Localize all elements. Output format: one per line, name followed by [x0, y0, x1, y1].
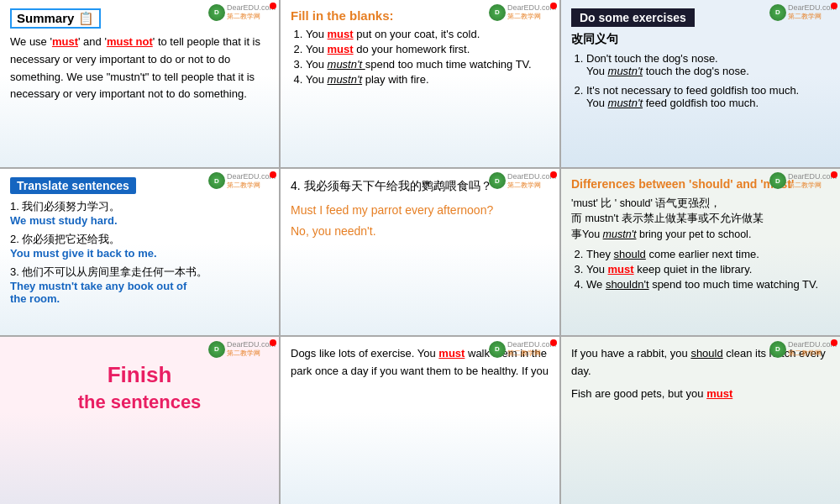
summary-title: Summary 📋 — [10, 8, 101, 29]
logo-3: D DearEDU.com第二教学网 — [769, 3, 837, 21]
logo-5: D DearEDU.com第二教学网 — [489, 172, 556, 190]
red-dot-1 — [270, 3, 276, 9]
cell-exercise: Do some exercises 改同义句 Don't touch the d… — [561, 0, 840, 167]
list-item: You mustn't spend too much time watching… — [306, 58, 549, 71]
cell-differences: Differences between 'should' and 'must' … — [561, 169, 840, 336]
differences-list: They should come earlier next time. You … — [571, 248, 830, 291]
logo-4: D DearEDU.com第二教学网 — [208, 172, 276, 190]
main-grid: Summary 📋 We use 'must' and 'must not' t… — [0, 0, 840, 504]
translate-list: 1. 我们必须努力学习。 We must study hard. 2. 你必须把… — [10, 199, 269, 305]
red-dot-4 — [270, 171, 276, 178]
cell-fill: Fill in the blanks: You must put on your… — [281, 0, 559, 167]
logo-8: D DearEDU.com第二教学网 — [489, 340, 556, 358]
exercise-list: Don't touch the dog's nose. You mustn't … — [571, 52, 830, 109]
cell-finish: Finish the sentences D DearEDU.com第二教学网 — [0, 337, 279, 504]
list-item: It's not necessary to feed goldfish too … — [586, 84, 830, 109]
logo-9: D DearEDU.com第二教学网 — [769, 340, 837, 358]
translate-title: Translate sentences — [10, 177, 136, 194]
list-item: Don't touch the dog's nose. You mustn't … — [586, 52, 830, 77]
differences-intro: 'must' 比 ' should' 语气更强烈，而 mustn't 表示禁止做… — [571, 196, 830, 243]
translate2-q2: No, you needn't. — [291, 223, 549, 240]
logo-6: D DearEDU.com第二教学网 — [769, 172, 837, 190]
list-item: You must keep quiet in the library. — [586, 263, 830, 276]
list-item: They should come earlier next time. — [586, 248, 830, 260]
cell-rabbit: If you have a rabbit, you should clean i… — [561, 337, 840, 504]
list-item: You must put on your coat, it's cold. — [306, 28, 549, 40]
red-dot-5 — [550, 171, 557, 178]
red-dot-2 — [550, 3, 557, 9]
summary-body: We use 'must' and 'must not' to tell peo… — [10, 34, 269, 103]
list-item: You must do your homework first. — [306, 43, 549, 55]
cell-translate: Translate sentences 1. 我们必须努力学习。 We must… — [0, 169, 279, 336]
red-dot-3 — [831, 3, 837, 9]
cell-translate2: 4. 我必须每天下午给我的鹦鹉喂食吗？ Must I feed my parro… — [281, 169, 559, 336]
list-item: We shouldn't spend too much time watchin… — [586, 278, 830, 291]
fill-list: You must put on your coat, it's cold. Yo… — [291, 28, 549, 86]
list-item: 1. 我们必须努力学习。 We must study hard. — [10, 199, 269, 227]
finish-title: Finish — [10, 362, 269, 388]
exercise-title: Do some exercises — [571, 8, 695, 27]
logo-2: D DearEDU.com第二教学网 — [489, 3, 556, 21]
cell-dogs: Dogs like lots of exercise. You must wal… — [281, 337, 559, 504]
cell-summary: Summary 📋 We use 'must' and 'must not' t… — [0, 0, 279, 167]
translate2-q1: Must I feed my parrot every afternoon? — [291, 202, 549, 219]
list-item: You mustn't play with fire. — [306, 73, 549, 86]
red-dot-6 — [831, 171, 837, 178]
logo-1: D DearEDU.com第二教学网 — [208, 3, 276, 21]
exercise-subtitle: 改同义句 — [571, 32, 830, 47]
list-item: 3. 他们不可以从房间里拿走任何一本书。 They mustn't take a… — [10, 265, 269, 305]
list-item: 2. 你必须把它还给我。 You must give it back to me… — [10, 232, 269, 260]
finish-subtitle: the sentences — [10, 391, 269, 413]
rabbit-text2: Fish are good pets, but you must — [571, 386, 830, 403]
logo-7: D DearEDU.com第二教学网 — [208, 340, 276, 358]
